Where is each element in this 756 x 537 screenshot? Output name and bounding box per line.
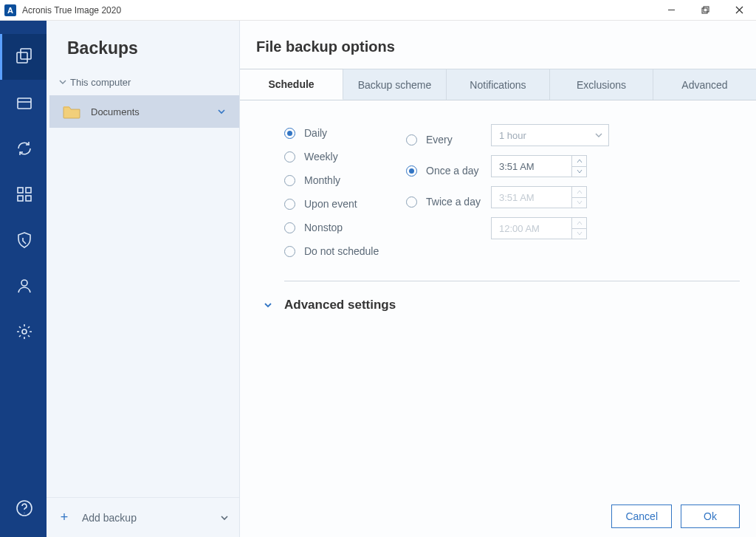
chevron-up-icon[interactable] [572, 156, 586, 167]
page-title: File backup options [240, 21, 756, 69]
window-controls [654, 0, 756, 21]
chevron-down-icon [262, 299, 274, 311]
every-interval-select[interactable]: 1 hour [491, 124, 609, 146]
frequency-options: Every Once a day Twice a day [406, 121, 491, 263]
folder-icon [63, 104, 80, 119]
chevron-down-icon [57, 76, 69, 88]
tab-exclusions[interactable]: Exclusions [550, 69, 653, 100]
radio-daily[interactable]: Daily [284, 121, 406, 145]
sidebar-heading: Backups [47, 21, 239, 72]
add-backup-label: Add backup [82, 512, 137, 524]
once-time-input[interactable]: 3:51 AM [491, 155, 572, 177]
schedule-content: Daily Weekly Monthly Upon event Nonstop … [240, 100, 756, 496]
nav-settings-icon[interactable] [0, 309, 47, 355]
ok-button[interactable]: Ok [681, 504, 740, 528]
chevron-down-icon[interactable] [220, 513, 229, 522]
nav-tools-icon[interactable] [0, 171, 47, 217]
backup-tree: This computer Documents [47, 72, 239, 128]
nav-archive-icon[interactable] [0, 80, 47, 126]
nav-account-icon[interactable] [0, 263, 47, 309]
time-spinner [572, 186, 587, 208]
twice-time2-input: 12:00 AM [491, 217, 572, 239]
divider [284, 281, 740, 281]
time-spinner[interactable] [572, 155, 587, 177]
twice-time1-input: 3:51 AM [491, 186, 572, 208]
radio-do-not-schedule[interactable]: Do not schedule [284, 239, 406, 263]
radio-nonstop[interactable]: Nonstop [284, 216, 406, 239]
options-tabs: Schedule Backup scheme Notifications Exc… [240, 69, 756, 100]
svg-rect-2 [704, 7, 709, 12]
svg-rect-1 [702, 8, 707, 13]
svg-rect-9 [18, 188, 23, 193]
radio-every[interactable]: Every [406, 124, 491, 155]
window-title: Acronis True Image 2020 [22, 5, 121, 16]
tab-notifications[interactable]: Notifications [447, 69, 550, 100]
svg-rect-10 [26, 188, 31, 193]
period-options: Daily Weekly Monthly Upon event Nonstop … [284, 121, 406, 263]
svg-rect-5 [17, 52, 27, 63]
tree-item-label: Documents [91, 106, 140, 117]
tree-group-label: This computer [70, 77, 131, 88]
chevron-up-icon [572, 218, 586, 229]
chevron-up-icon [572, 187, 586, 198]
svg-rect-6 [21, 49, 31, 59]
app-icon: A [4, 4, 16, 16]
chevron-down-icon[interactable] [217, 107, 226, 116]
chevron-down-icon[interactable] [572, 167, 586, 177]
nav-iconbar [0, 21, 47, 537]
tab-schedule[interactable]: Schedule [240, 69, 343, 100]
minimize-button[interactable] [654, 0, 688, 21]
tree-group-this-computer[interactable]: This computer [49, 72, 239, 92]
cancel-button[interactable]: Cancel [611, 504, 672, 528]
svg-rect-7 [18, 98, 31, 109]
svg-rect-11 [18, 196, 23, 201]
footer: Cancel Ok [240, 496, 756, 537]
chevron-down-icon [572, 198, 586, 208]
radio-monthly[interactable]: Monthly [284, 168, 406, 192]
nav-backup-icon[interactable] [0, 34, 47, 80]
svg-rect-12 [26, 196, 31, 201]
chevron-down-icon [595, 131, 602, 139]
nav-help-icon[interactable] [0, 485, 47, 531]
radio-upon-event[interactable]: Upon event [284, 192, 406, 216]
sidebar: Backups This computer Documents + Add ba… [47, 21, 240, 537]
nav-protection-icon[interactable] [0, 217, 47, 263]
main-panel: File backup options Schedule Backup sche… [240, 21, 756, 537]
time-spinner [572, 217, 587, 239]
radio-weekly[interactable]: Weekly [284, 145, 406, 168]
svg-point-14 [22, 329, 27, 334]
maximize-button[interactable] [688, 0, 722, 21]
advanced-settings-toggle[interactable]: Advanced settings [262, 298, 740, 312]
add-backup-button[interactable]: + Add backup [47, 497, 239, 537]
tree-item-documents[interactable]: Documents [49, 95, 239, 128]
advanced-settings-label: Advanced settings [284, 298, 396, 312]
chevron-down-icon [572, 229, 586, 239]
svg-point-13 [21, 280, 27, 286]
radio-once-a-day[interactable]: Once a day [406, 155, 491, 186]
tab-advanced[interactable]: Advanced [653, 69, 756, 100]
radio-twice-a-day[interactable]: Twice a day [406, 186, 491, 217]
titlebar: A Acronis True Image 2020 [0, 0, 756, 21]
tab-backup-scheme[interactable]: Backup scheme [343, 69, 447, 100]
nav-sync-icon[interactable] [0, 126, 47, 171]
plus-icon: + [57, 510, 72, 525]
close-button[interactable] [722, 0, 756, 21]
